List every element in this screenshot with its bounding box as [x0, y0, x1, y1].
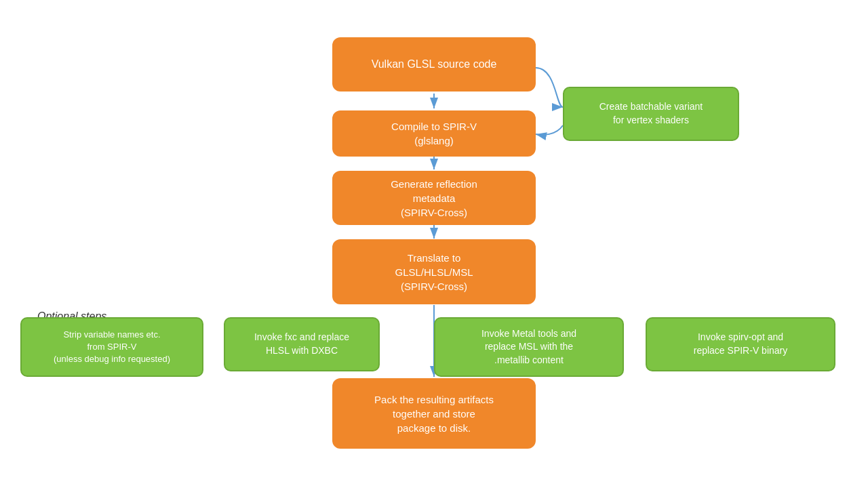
strip-variable-box: Strip variable names etc.from SPIR-V(unl… [20, 317, 203, 377]
invoke-fxc-box: Invoke fxc and replaceHLSL with DXBC [224, 317, 380, 371]
vulkan-glsl-box: Vulkan GLSL source code [332, 37, 536, 92]
compile-spirv-box: Compile to SPIR-V(glslang) [332, 110, 536, 157]
pack-artifacts-box: Pack the resulting artifactstogether and… [332, 378, 536, 449]
generate-reflection-box: Generate reflectionmetadata(SPIRV-Cross) [332, 171, 536, 225]
batchable-variant-box: Create batchable variantfor vertex shade… [563, 87, 739, 141]
invoke-spirvopt-box: Invoke spirv-opt andreplace SPIR-V binar… [646, 317, 835, 371]
invoke-metal-box: Invoke Metal tools andreplace MSL with t… [434, 317, 624, 377]
translate-box: Translate toGLSL/HLSL/MSL(SPIRV-Cross) [332, 239, 536, 304]
diagram-container: Vulkan GLSL source code Compile to SPIR-… [0, 0, 868, 488]
